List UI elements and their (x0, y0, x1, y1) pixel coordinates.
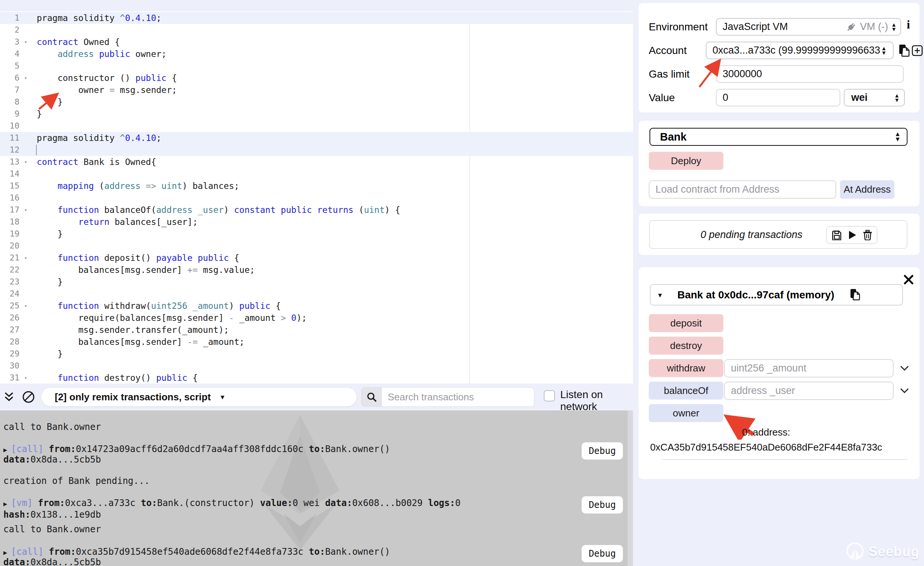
vm-badge: VM (-) (860, 21, 888, 33)
terminal-info-line: call to Bank.owner (3, 524, 562, 535)
expand-log-icon[interactable]: ▶ (3, 500, 7, 508)
expand-log-icon[interactable]: ▶ (3, 549, 7, 556)
tx-tag: [call] (11, 444, 44, 454)
code-line: 9} (0, 108, 633, 120)
code-line: 17▾ function balanceOf(address _user) co… (0, 204, 633, 216)
line-number: 20 (0, 240, 20, 252)
recorder-actions (826, 226, 878, 244)
expand-function-icon[interactable] (900, 365, 909, 371)
line-number: 12 (0, 144, 20, 156)
code-line: 21▾ function deposit() payable public { (0, 252, 633, 264)
terminal-console[interactable]: call to Bank.owner▶[call]from:0x14723a09… (0, 410, 633, 566)
terminal-scrollbar[interactable] (628, 410, 633, 566)
value-input[interactable] (716, 89, 840, 106)
load-contract-address-input[interactable] (649, 180, 836, 199)
terminal-toolbar: [2] only remix transactions, script ▾ Li… (0, 383, 633, 410)
close-instance-icon[interactable] (904, 275, 914, 284)
line-number: 7 (0, 84, 20, 96)
listen-on-network-label: Listen on network (560, 389, 633, 413)
instance-title: Bank at 0x0dc...97caf (memory) (662, 289, 850, 301)
owner-function-button[interactable]: owner (649, 404, 723, 422)
create-account-icon[interactable] (912, 45, 923, 56)
debug-button[interactable]: Debug (582, 442, 623, 460)
play-recording-icon[interactable] (848, 230, 857, 240)
debug-button[interactable]: Debug (582, 496, 623, 514)
owner-result-label: 0: address: (650, 427, 882, 438)
environment-select[interactable]: JavaScript VM VM (-) ▲▼ (716, 18, 901, 36)
code-line: 7 owner = msg.sender; (0, 84, 633, 96)
destroy-function-button[interactable]: destroy (649, 337, 723, 355)
code-line: 10 (0, 120, 633, 132)
filter-label: [2] only remix transactions, script (55, 391, 211, 403)
line-number: 25 (0, 300, 20, 312)
contract-select[interactable]: Bank ▲▼ (650, 128, 908, 146)
fold-arrow-icon[interactable]: ▾ (24, 372, 34, 383)
transaction-filter-dropdown[interactable]: [2] only remix transactions, script ▾ (41, 387, 357, 407)
copy-instance-address-icon[interactable] (850, 288, 861, 302)
account-label: Account (649, 45, 687, 57)
line-number: 17 (0, 204, 20, 216)
expand-terminal-icon[interactable] (4, 392, 14, 403)
expand-function-icon[interactable] (900, 388, 909, 394)
fold-arrow-icon[interactable]: ▾ (24, 300, 34, 312)
code-line: 31▾ function destroy() public { (0, 372, 633, 383)
line-number: 13 (0, 156, 20, 168)
withdraw-function-button[interactable]: withdraw (649, 359, 723, 377)
balanceOf-args-input[interactable] (724, 382, 894, 400)
deploy-button[interactable]: Deploy (649, 152, 723, 170)
value-unit-select[interactable]: wei ▲▼ (844, 89, 905, 106)
line-number: 10 (0, 120, 20, 132)
clear-console-icon[interactable] (22, 390, 35, 404)
line-number: 24 (0, 288, 20, 300)
line-number: 4 (0, 48, 20, 60)
code-line: 28 balances[msg.sender] -= _amount; (0, 336, 633, 348)
seebug-logo-icon (845, 541, 865, 562)
deposit-function-button[interactable]: deposit (649, 314, 723, 332)
terminal-tx-line: data:0x8da...5cb5b (3, 454, 562, 465)
code-line: 30 (0, 360, 633, 372)
code-line: 8 } (0, 96, 633, 108)
search-transactions-input[interactable] (381, 387, 534, 407)
code-line: 24 (0, 288, 633, 300)
contract-deploy-card: Bank ▲▼ Deploy At Address (639, 121, 920, 206)
fold-arrow-icon[interactable]: ▾ (24, 36, 34, 48)
line-number: 9 (0, 108, 20, 120)
terminal-tx-line: ▶[call]from:0x14723a09acff6d2a60dcdf7aa4… (3, 444, 562, 455)
code-line: 15 mapping (address => uint) balances; (0, 180, 633, 192)
fold-arrow-icon[interactable]: ▾ (24, 156, 34, 168)
code-line: 6▾ constructor () public { (0, 72, 633, 84)
code-line: 18 return balances[_user]; (0, 216, 633, 228)
code-line: 14 (0, 168, 633, 180)
line-number: 3 (0, 36, 20, 48)
line-number: 23 (0, 276, 20, 288)
withdraw-args-input[interactable] (724, 359, 894, 377)
text-cursor (36, 145, 37, 155)
copy-account-icon[interactable] (898, 43, 910, 58)
save-recording-icon[interactable] (832, 230, 842, 240)
expand-log-icon[interactable]: ▶ (3, 446, 7, 454)
account-select[interactable]: 0xca3...a733c (99.999999999996633 ▲▼ (706, 42, 894, 59)
line-number: 27 (0, 324, 20, 336)
environment-info-icon[interactable]: i (907, 18, 910, 31)
code-line: 26 require(balances[msg.sender] - _amoun… (0, 312, 633, 324)
line-number: 6 (0, 72, 20, 84)
fold-arrow-icon[interactable]: ▾ (24, 72, 34, 84)
balanceOf-function-button[interactable]: balanceOf (649, 382, 723, 400)
fold-arrow-icon[interactable]: ▾ (24, 204, 34, 216)
code-line: 25▾ function withdraw(uint256 _amount) p… (0, 300, 633, 312)
debug-button[interactable]: Debug (582, 545, 623, 562)
code-editor[interactable]: 1pragma solidity ^0.4.10;23▾contract Own… (0, 11, 633, 383)
pending-transactions-text: 0 pending transactions (700, 229, 802, 241)
caret-down-icon: ▾ (220, 392, 224, 401)
listen-on-network-checkbox[interactable] (544, 390, 555, 401)
fold-arrow-icon[interactable]: ▾ (24, 252, 34, 264)
at-address-button[interactable]: At Address (840, 180, 894, 199)
line-number: 16 (0, 192, 20, 204)
instance-title-bar[interactable]: ▾ Bank at 0x0dc...97caf (memory) (650, 284, 903, 305)
line-number: 5 (0, 60, 20, 72)
delete-recording-icon[interactable] (863, 230, 872, 240)
line-number: 26 (0, 312, 20, 324)
select-stepper-icon: ▲▼ (894, 93, 900, 102)
line-number: 19 (0, 228, 20, 240)
gas-limit-input[interactable] (716, 65, 904, 83)
